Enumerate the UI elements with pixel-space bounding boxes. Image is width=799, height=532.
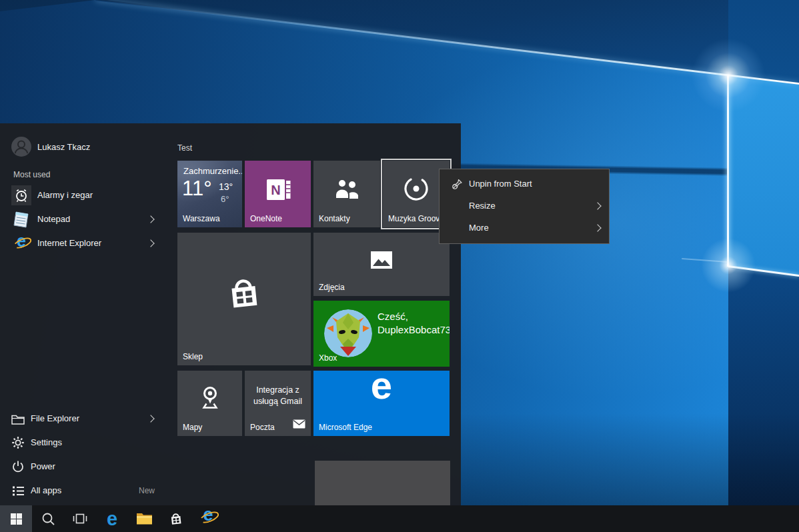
- wallpaper-glow-top: [688, 35, 768, 115]
- taskbar-store-button[interactable]: [160, 505, 192, 532]
- sidebar-item-label: Internet Explorer: [37, 231, 101, 255]
- xbox-greeting: Cześć, DuplexBobcat734: [377, 310, 450, 337]
- store-bag-icon: [177, 233, 311, 352]
- sidebar-item-power[interactable]: Power: [0, 455, 167, 479]
- person-icon: [11, 137, 31, 157]
- tile-weather[interactable]: Zachmurzenie... 11° 13° 6° Warszawa: [177, 161, 242, 227]
- taskbar-internet-explorer-button[interactable]: e: [192, 505, 224, 532]
- sidebar-item-label: Settings: [31, 431, 62, 455]
- internet-explorer-icon: e: [11, 233, 31, 253]
- tile-label: Muzyka Groove: [388, 214, 444, 223]
- xbox-gamerpic: [324, 309, 372, 357]
- windows-logo-icon: [11, 513, 22, 525]
- tile-context-menu: Unpin from Start Resize More: [439, 169, 610, 244]
- start-button[interactable]: [0, 505, 32, 532]
- onenote-icon: N: [245, 161, 311, 218]
- context-menu-label: Unpin from Start: [469, 179, 532, 189]
- task-view-icon: [73, 513, 87, 524]
- tile-label: Xbox: [319, 353, 337, 363]
- weather-low: 6°: [221, 194, 229, 204]
- sidebar-item-all-apps[interactable]: All apps New: [0, 479, 167, 503]
- weather-condition: Zachmurzenie...: [183, 166, 242, 176]
- tile-onenote[interactable]: N OneNote: [245, 161, 311, 227]
- internet-explorer-icon: e: [198, 509, 218, 529]
- envelope-icon: [293, 419, 305, 431]
- map-pin-icon: [177, 371, 242, 425]
- sidebar-item-file-explorer[interactable]: File Explorer: [0, 407, 167, 431]
- weather-temperature: 11°: [182, 177, 212, 201]
- weather-high: 13°: [219, 181, 233, 192]
- tile-poczta[interactable]: Integracja z usługą Gmail Poczta: [245, 371, 311, 436]
- context-menu-item-unpin[interactable]: Unpin from Start: [440, 173, 609, 195]
- chevron-right-icon[interactable]: [147, 415, 154, 422]
- sidebar-item-label: Power: [31, 455, 55, 479]
- svg-text:N: N: [271, 183, 280, 197]
- unpin-icon: [452, 178, 464, 190]
- taskbar-task-view-button[interactable]: [64, 505, 96, 532]
- tile-label: Warszawa: [183, 214, 220, 223]
- context-menu-label: Resize: [469, 201, 496, 211]
- context-menu-item-resize[interactable]: Resize: [440, 195, 609, 217]
- people-icon: [313, 161, 380, 217]
- taskbar-search-button[interactable]: [32, 505, 64, 532]
- chevron-right-icon: [594, 224, 601, 231]
- alarm-clock-icon: [11, 185, 31, 205]
- edge-icon: e: [313, 371, 450, 407]
- tile-zdjecia[interactable]: Zdjęcia: [313, 233, 450, 296]
- tile-kontakty[interactable]: Kontakty: [313, 161, 380, 227]
- tile-group-title[interactable]: Test: [177, 143, 192, 153]
- chevron-right-icon[interactable]: [147, 239, 154, 247]
- tile-microsoft-edge[interactable]: e Microsoft Edge: [313, 371, 450, 436]
- user-avatar[interactable]: [11, 137, 31, 157]
- start-menu: Lukasz Tkacz Most used Alarmy i zegar: [0, 123, 461, 505]
- tile-label: Kontakty: [319, 214, 350, 223]
- sidebar-item-alarmy-i-zegar[interactable]: Alarmy i zegar: [0, 183, 167, 207]
- chevron-right-icon[interactable]: [147, 215, 154, 223]
- sidebar-item-label: Notepad: [37, 207, 70, 231]
- sidebar-item-settings[interactable]: Settings: [0, 431, 167, 455]
- most-used-header: Most used: [13, 170, 50, 179]
- notepad-icon: [11, 209, 31, 229]
- search-icon: [41, 512, 55, 526]
- tile-label: Zdjęcia: [319, 283, 345, 292]
- sidebar-item-internet-explorer[interactable]: e Internet Explorer: [0, 231, 167, 255]
- user-name[interactable]: Lukasz Tkacz: [37, 142, 90, 152]
- all-apps-list-icon: [11, 484, 25, 497]
- taskbar-file-explorer-button[interactable]: [128, 505, 160, 532]
- sidebar-item-label: All apps: [31, 479, 61, 503]
- sidebar-item-label: Alarmy i zegar: [37, 183, 93, 207]
- partial-tile[interactable]: [315, 461, 450, 505]
- edge-icon: e: [107, 505, 117, 532]
- xbox-greeting-line2: DuplexBobcat734: [377, 323, 450, 337]
- tile-sklep[interactable]: Sklep: [177, 233, 311, 365]
- tile-label: Microsoft Edge: [319, 423, 372, 432]
- folder-icon: [11, 412, 25, 425]
- store-bag-icon: [168, 511, 184, 527]
- context-menu-item-more[interactable]: More: [440, 217, 609, 239]
- gear-icon: [11, 436, 25, 449]
- mail-message-line1: Integracja z: [245, 385, 311, 396]
- file-explorer-icon: [136, 512, 153, 525]
- mail-notification-text: Integracja z usługą Gmail: [245, 385, 311, 407]
- tile-label: Poczta: [250, 423, 275, 432]
- taskbar-edge-button[interactable]: e: [96, 505, 128, 532]
- taskbar: e e: [0, 505, 799, 532]
- context-menu-label: More: [469, 223, 489, 233]
- sidebar-item-label: File Explorer: [31, 407, 79, 431]
- new-badge: New: [139, 479, 155, 503]
- photos-icon: [313, 233, 450, 287]
- mail-message-line2: usługą Gmail: [245, 396, 311, 407]
- wallpaper-glow-bottom: [696, 233, 760, 297]
- tile-xbox[interactable]: Cześć, DuplexBobcat734 Xbox: [313, 301, 450, 367]
- tile-mapy[interactable]: Mapy: [177, 371, 242, 436]
- tile-label: OneNote: [250, 214, 282, 223]
- tile-label: Mapy: [183, 423, 202, 432]
- tile-label: Sklep: [183, 352, 203, 361]
- xbox-greeting-line1: Cześć,: [377, 310, 450, 323]
- power-icon: [11, 460, 25, 473]
- chevron-right-icon: [594, 202, 601, 209]
- sidebar-item-notepad[interactable]: Notepad: [0, 207, 167, 231]
